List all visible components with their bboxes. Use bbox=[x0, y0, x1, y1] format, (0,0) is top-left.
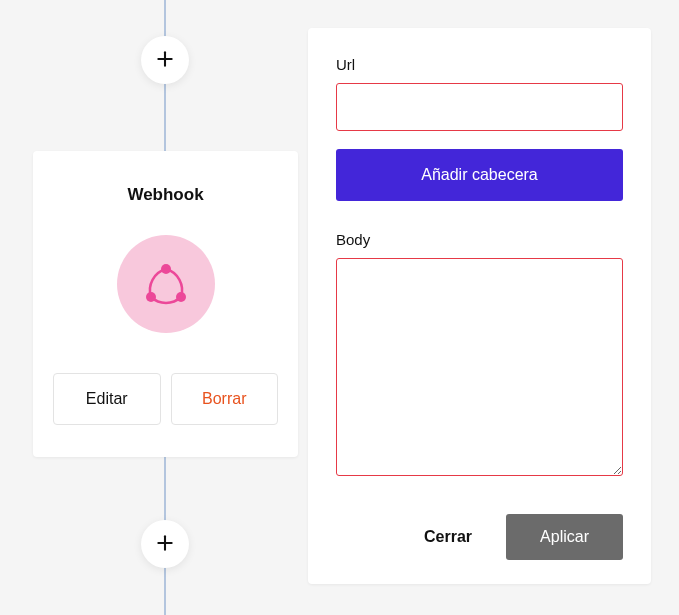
url-input[interactable] bbox=[336, 83, 623, 131]
add-step-top-button[interactable] bbox=[141, 36, 189, 84]
close-button[interactable]: Cerrar bbox=[400, 514, 496, 560]
webhook-config-panel: Url Añadir cabecera Body Cerrar Aplicar bbox=[308, 28, 651, 584]
delete-button[interactable]: Borrar bbox=[171, 373, 279, 425]
url-label: Url bbox=[336, 56, 623, 73]
card-actions: Editar Borrar bbox=[53, 373, 278, 425]
add-step-bottom-button[interactable] bbox=[141, 520, 189, 568]
card-title: Webhook bbox=[127, 185, 203, 205]
add-header-button[interactable]: Añadir cabecera bbox=[336, 149, 623, 201]
plus-icon bbox=[155, 49, 175, 72]
body-label: Body bbox=[336, 231, 623, 248]
panel-footer: Cerrar Aplicar bbox=[336, 514, 623, 560]
body-textarea[interactable] bbox=[336, 258, 623, 476]
apply-button[interactable]: Aplicar bbox=[506, 514, 623, 560]
webhook-icon bbox=[117, 235, 215, 333]
edit-button[interactable]: Editar bbox=[53, 373, 161, 425]
webhook-card: Webhook Editar Borrar bbox=[33, 151, 298, 457]
plus-icon bbox=[155, 533, 175, 556]
